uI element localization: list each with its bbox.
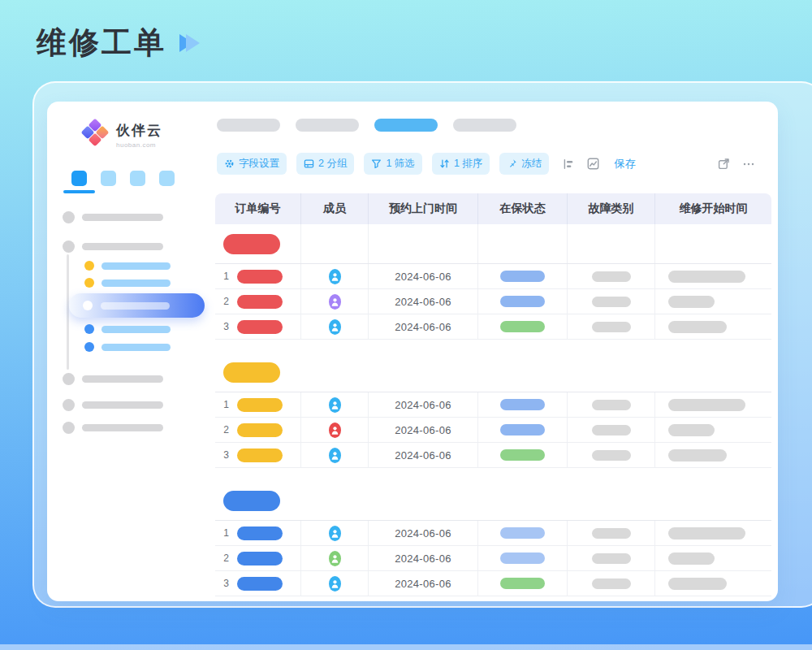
order-id-pill [237, 398, 283, 412]
filter-label: 1 筛选 [386, 157, 414, 171]
member-avatar [329, 448, 341, 463]
field-settings-label: 字段设置 [239, 157, 279, 171]
sidebar-tab[interactable] [101, 171, 116, 186]
group-icon [304, 158, 314, 169]
row-height-icon[interactable] [563, 158, 574, 170]
toolbar-right [718, 158, 755, 170]
group-pill[interactable] [223, 491, 280, 511]
row-index: 3 [222, 449, 231, 461]
sidebar-subitem[interactable] [84, 278, 171, 288]
view-tab-active[interactable] [374, 119, 438, 132]
row-index: 1 [222, 271, 231, 282]
table-row[interactable]: 1 2024-06-06 [215, 521, 771, 546]
order-id-pill [237, 295, 283, 309]
more-icon[interactable] [742, 158, 755, 170]
member-avatar [329, 576, 341, 592]
item-label-placeholder [82, 424, 163, 431]
view-tab-placeholder[interactable] [453, 119, 516, 132]
item-label-placeholder [82, 375, 163, 383]
column-header-order-id[interactable]: 订单编号 [215, 193, 300, 224]
member-avatar [329, 551, 341, 566]
group-gap [215, 468, 771, 481]
group-header-row[interactable] [215, 224, 771, 264]
column-header-warranty-status[interactable]: 在保状态 [477, 193, 567, 224]
white-dot-icon [83, 301, 93, 310]
warranty-status-pill [500, 296, 545, 307]
sidebar-item[interactable] [63, 211, 163, 223]
sidebar-tab[interactable] [130, 171, 145, 186]
filter-button[interactable]: 1 筛选 [364, 153, 421, 175]
table-row[interactable]: 3 2024-06-06 [215, 314, 771, 340]
freeze-label: 冻结 [521, 157, 542, 171]
sort-label: 1 排序 [454, 157, 482, 171]
play-arrow-icon-2 [186, 34, 200, 52]
warranty-status-pill [500, 424, 545, 436]
share-icon[interactable] [718, 158, 730, 170]
fault-category-placeholder [592, 297, 631, 307]
brand-text: 伙伴云 huoban.com [116, 119, 162, 149]
table-row[interactable]: 2 2024-06-06 [215, 289, 771, 314]
table-row[interactable]: 3 2024-06-06 [215, 571, 771, 596]
sidebar-subitem[interactable] [84, 261, 171, 271]
column-header-member[interactable]: 成员 [300, 193, 368, 224]
table-row[interactable]: 1 2024-06-06 [215, 264, 771, 289]
table-row[interactable]: 3 2024-06-06 [215, 443, 771, 468]
person-icon [330, 553, 339, 564]
table-row[interactable]: 1 2024-06-06 [215, 392, 771, 418]
group-pill[interactable] [223, 362, 280, 383]
brand-logo: 伙伴云 huoban.com [81, 119, 162, 149]
appointment-date: 2024-06-06 [395, 321, 451, 333]
repair-start-placeholder [668, 296, 715, 308]
table-row[interactable]: 2 2024-06-06 [215, 418, 771, 443]
sidebar-subitem[interactable] [84, 342, 171, 352]
fault-category-placeholder [592, 271, 631, 282]
freeze-button[interactable]: 冻结 [499, 153, 549, 175]
sidebar-item-selected[interactable] [69, 293, 205, 318]
column-header-appointment-time[interactable]: 预约上门时间 [368, 193, 477, 224]
sidebar-tab[interactable] [159, 171, 175, 186]
group-header-row[interactable] [215, 481, 771, 521]
save-button[interactable]: 保存 [614, 157, 636, 171]
view-tab-placeholder[interactable] [217, 119, 280, 132]
group-button[interactable]: 2 分组 [296, 153, 354, 175]
column-header-fault-category[interactable]: 故障类别 [567, 193, 654, 224]
column-header-repair-start-time[interactable]: 维修开始时间 [654, 193, 771, 224]
warranty-status-pill [500, 578, 545, 589]
sidebar-item[interactable] [63, 399, 163, 411]
member-avatar [329, 422, 341, 438]
yellow-dot-icon [84, 278, 94, 288]
sidebar-tab-active[interactable] [71, 171, 87, 186]
warranty-status-pill [500, 449, 545, 461]
warranty-status-pill [500, 527, 545, 539]
appointment-date: 2024-06-06 [395, 552, 451, 565]
fault-category-placeholder [592, 425, 631, 436]
repair-start-placeholder [668, 271, 745, 283]
item-icon-placeholder [63, 240, 75, 253]
item-label-placeholder [101, 302, 170, 310]
sidebar-item[interactable] [63, 422, 163, 434]
person-icon [330, 528, 339, 539]
blue-dot-icon [84, 342, 94, 352]
table-row[interactable]: 2 2024-06-06 [215, 546, 771, 571]
item-label-placeholder [82, 214, 163, 221]
view-tabs [217, 119, 516, 132]
sidebar-subitem[interactable] [84, 324, 171, 334]
appointment-date: 2024-06-06 [395, 527, 451, 540]
group-header-row[interactable] [215, 353, 771, 392]
group-pill[interactable] [223, 234, 280, 254]
order-id-pill [237, 526, 283, 540]
fault-category-placeholder [592, 553, 631, 564]
member-avatar [329, 397, 341, 413]
person-icon [330, 322, 339, 332]
row-index: 2 [222, 552, 231, 564]
sidebar-item[interactable] [63, 240, 163, 253]
bottom-strip [0, 644, 812, 650]
sort-button[interactable]: 1 排序 [432, 153, 490, 175]
view-tab-placeholder[interactable] [296, 119, 359, 132]
field-settings-button[interactable]: 字段设置 [217, 153, 287, 175]
sidebar-item[interactable] [63, 373, 163, 385]
app-window: 伙伴云 huoban.com [47, 102, 778, 601]
row-index: 2 [222, 424, 231, 436]
chart-icon[interactable] [587, 158, 599, 170]
gear-icon [224, 158, 235, 169]
